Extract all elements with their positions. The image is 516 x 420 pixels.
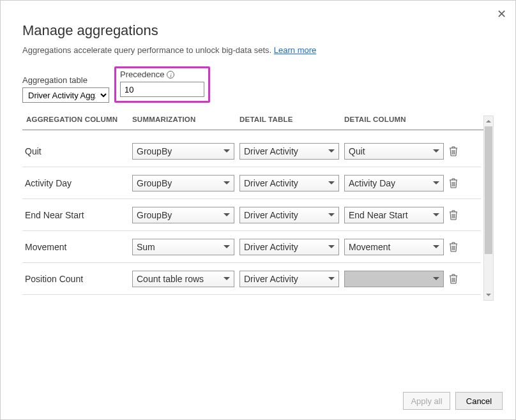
chevron-down-icon bbox=[433, 181, 439, 184]
dialog-title: Manage aggregations bbox=[22, 22, 494, 39]
scroll-down-icon[interactable] bbox=[484, 290, 493, 300]
summarization-select[interactable]: GroupBy bbox=[132, 143, 234, 160]
detail-column-select bbox=[344, 271, 444, 287]
detail-table-select[interactable]: Driver Activity bbox=[239, 239, 339, 255]
aggregation-column-cell: Activity Day bbox=[22, 178, 132, 188]
delete-icon[interactable] bbox=[449, 242, 466, 252]
dialog-footer: Apply all Cancel bbox=[1, 382, 515, 419]
chevron-down-icon bbox=[433, 149, 439, 153]
rows-container: QuitGroupByDriver ActivityQuitActivity D… bbox=[22, 135, 481, 295]
summarization-select[interactable]: Count table rows bbox=[132, 271, 234, 287]
chevron-down-icon bbox=[328, 245, 335, 248]
chevron-down-icon bbox=[224, 277, 230, 280]
learn-more-link[interactable]: Learn more bbox=[274, 45, 316, 55]
precedence-label: Precedence i bbox=[120, 70, 204, 79]
header-aggregation-column: AGGREGATION COLUMN bbox=[22, 116, 132, 123]
chevron-down-icon bbox=[433, 277, 439, 280]
detail-table-select[interactable]: Driver Activity bbox=[239, 207, 339, 223]
header-summarization: SUMMARIZATION bbox=[132, 116, 239, 123]
precedence-input[interactable] bbox=[120, 82, 204, 97]
aggregation-column-cell: End Near Start bbox=[22, 210, 132, 220]
aggregation-table-label: Aggregation table bbox=[22, 75, 109, 85]
summarization-select[interactable]: Sum bbox=[132, 239, 234, 255]
delete-icon[interactable] bbox=[449, 274, 466, 284]
subtitle-text: Aggregations accelerate query performanc… bbox=[22, 45, 274, 55]
detail-column-select[interactable]: Activity Day bbox=[344, 175, 444, 191]
scrollbar[interactable] bbox=[483, 116, 494, 301]
detail-column-select[interactable]: End Near Start bbox=[344, 207, 444, 223]
apply-all-button[interactable]: Apply all bbox=[403, 392, 450, 410]
precedence-highlight: Precedence i bbox=[114, 66, 210, 103]
dialog-subtitle: Aggregations accelerate query performanc… bbox=[22, 45, 494, 55]
grid-header-row: AGGREGATION COLUMN SUMMARIZATION DETAIL … bbox=[22, 116, 494, 130]
chevron-down-icon bbox=[328, 277, 335, 280]
aggregation-grid: AGGREGATION COLUMN SUMMARIZATION DETAIL … bbox=[22, 116, 494, 419]
scroll-thumb[interactable] bbox=[485, 126, 492, 254]
chevron-down-icon bbox=[224, 149, 230, 153]
chevron-down-icon bbox=[328, 181, 335, 184]
detail-table-select[interactable]: Driver Activity bbox=[239, 143, 339, 160]
detail-table-select[interactable]: Driver Activity bbox=[239, 175, 339, 191]
table-row: Position CountCount table rowsDriver Act… bbox=[22, 263, 481, 295]
close-icon[interactable]: ✕ bbox=[497, 7, 506, 21]
delete-icon[interactable] bbox=[449, 146, 466, 156]
scroll-up-icon[interactable] bbox=[484, 116, 493, 126]
cancel-button[interactable]: Cancel bbox=[455, 392, 503, 410]
aggregation-table-select[interactable]: Driver Activity Agg2 bbox=[22, 87, 109, 103]
table-row: QuitGroupByDriver ActivityQuit bbox=[22, 135, 481, 167]
table-row: MovementSumDriver ActivityMovement bbox=[22, 231, 481, 263]
manage-aggregations-dialog: Manage aggregations Aggregations acceler… bbox=[1, 1, 515, 419]
chevron-down-icon bbox=[224, 213, 230, 216]
aggregation-column-cell: Movement bbox=[22, 242, 132, 252]
aggregation-table-group: Aggregation table Driver Activity Agg2 bbox=[22, 75, 109, 103]
aggregation-column-cell: Position Count bbox=[22, 274, 132, 284]
chevron-down-icon bbox=[433, 213, 439, 216]
detail-column-select[interactable]: Movement bbox=[344, 239, 444, 255]
delete-icon[interactable] bbox=[449, 210, 466, 220]
summarization-select[interactable]: GroupBy bbox=[132, 175, 234, 191]
header-detail-table: DETAIL TABLE bbox=[239, 116, 344, 123]
aggregation-column-cell: Quit bbox=[22, 146, 132, 156]
detail-column-select[interactable]: Quit bbox=[344, 143, 444, 160]
chevron-down-icon bbox=[224, 245, 230, 248]
header-detail-column: DETAIL COLUMN bbox=[344, 116, 449, 123]
chevron-down-icon bbox=[224, 181, 230, 184]
summarization-select[interactable]: GroupBy bbox=[132, 207, 234, 223]
chevron-down-icon bbox=[433, 245, 439, 248]
info-icon[interactable]: i bbox=[167, 71, 174, 79]
top-controls: Aggregation table Driver Activity Agg2 P… bbox=[22, 66, 494, 103]
precedence-group: Precedence i bbox=[120, 70, 204, 97]
table-row: End Near StartGroupByDriver ActivityEnd … bbox=[22, 199, 481, 231]
table-row: Activity DayGroupByDriver ActivityActivi… bbox=[22, 167, 481, 199]
delete-icon[interactable] bbox=[449, 178, 466, 188]
chevron-down-icon bbox=[328, 149, 335, 153]
detail-table-select[interactable]: Driver Activity bbox=[239, 271, 339, 287]
chevron-down-icon bbox=[328, 213, 335, 216]
